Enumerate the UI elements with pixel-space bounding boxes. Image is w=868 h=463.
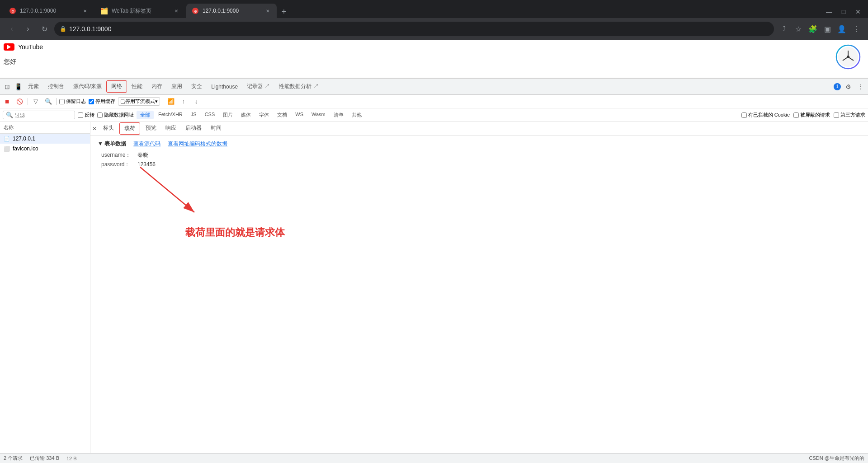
import-button[interactable]: ↑ — [179, 97, 189, 107]
maximize-button[interactable]: □ — [837, 5, 850, 18]
filter-tab-ws[interactable]: WS — [292, 111, 307, 119]
file-item-127[interactable]: 📄 127.0.0.1 — [0, 134, 90, 144]
close-browser-button[interactable]: ✕ — [852, 5, 864, 18]
menu-button[interactable]: ⋮ — [850, 23, 863, 35]
form-data-title: ▼ 表单数据 — [98, 140, 126, 148]
inspect-element-button[interactable]: ⊡ — [2, 81, 13, 92]
sub-tab-initiator[interactable]: 启动器 — [181, 122, 206, 135]
tab-3[interactable]: ⚙ 127.0.0.1:9000 ✕ — [186, 4, 277, 18]
filter-tab-js[interactable]: JS — [187, 111, 200, 119]
blocked-req-label[interactable]: 被屏蔽的请求 — [793, 112, 830, 118]
filter-tab-css[interactable]: CSS — [201, 111, 219, 119]
third-party-checkbox[interactable] — [834, 112, 839, 118]
devtools-tab-network[interactable]: 网络 — [106, 80, 127, 93]
tab-3-close[interactable]: ✕ — [264, 7, 271, 14]
blocked-cookie-label[interactable]: 有已拦截的 Cookie — [741, 112, 790, 118]
sidebar-button[interactable]: ▣ — [821, 23, 834, 35]
username-value: 秦晓 — [137, 151, 148, 159]
hide-data-urls-label[interactable]: 隐藏数据网址 — [97, 112, 134, 118]
clear-button[interactable]: 🚫 — [14, 98, 25, 106]
filter-tab-all[interactable]: 全部 — [137, 111, 154, 119]
tab-2-favicon: 🗂️ — [100, 7, 108, 14]
logo-circle — [835, 44, 861, 70]
search-icon[interactable]: 🔍 — [43, 97, 53, 107]
devtools-toolbar-right: 1 ⚙ ⋮ — [834, 81, 866, 92]
request-count: 2 个请求 — [4, 455, 23, 462]
tab-1-title: 127.0.0.1:9000 — [20, 8, 78, 14]
devtools-main-tabs: ⊡ 📱 元素 控制台 源代码/来源 网络 性能 内存 应用 安全 Lightho… — [0, 79, 868, 95]
record-button[interactable]: ⏹ — [3, 98, 12, 106]
sub-tab-headers[interactable]: 标头 — [99, 122, 118, 135]
filter-tab-media[interactable]: 媒体 — [237, 111, 255, 119]
tab-1-close[interactable]: ✕ — [81, 7, 89, 14]
extensions-button[interactable]: 🧩 — [807, 23, 819, 35]
detail-panel: ✕ 标头 载荷 预览 响应 启动器 时间 ▼ 表单数据 查看源代码 查看网址编码… — [90, 122, 868, 463]
tab-2-close[interactable]: ✕ — [173, 7, 180, 14]
sub-tab-close-btn[interactable]: ✕ — [92, 126, 97, 132]
filter-icon[interactable]: ▽ — [31, 97, 41, 107]
youtube-text: YouTube — [18, 43, 43, 51]
devtools-tab-performance[interactable]: 性能 — [127, 81, 147, 92]
export-button[interactable]: ↓ — [191, 97, 201, 107]
reverse-checkbox[interactable] — [78, 112, 83, 118]
device-toolbar-button[interactable]: 📱 — [13, 81, 24, 92]
filter-checkboxes: 有已拦截的 Cookie 被屏蔽的请求 第三方请求 — [741, 112, 865, 118]
bookmark-button[interactable]: ☆ — [792, 23, 805, 35]
page-area: YouTube 您好 — [0, 40, 868, 78]
minimize-button[interactable]: — — [823, 5, 835, 18]
preserve-log-label[interactable]: 保留日志 — [59, 98, 86, 105]
filter-tab-fetch-xhr[interactable]: Fetch/XHR — [155, 111, 186, 119]
tab-1-favicon: ⚙ — [9, 7, 16, 14]
devtools-tab-lighthouse[interactable]: Lighthouse — [207, 82, 242, 92]
share-button[interactable]: ⤴ — [778, 23, 790, 35]
sub-tab-preview[interactable]: 预览 — [141, 122, 161, 135]
disable-cache-label[interactable]: 停用缓存 — [89, 98, 115, 105]
view-url-encoded-link[interactable]: 查看网址编码格式的数据 — [168, 140, 227, 148]
settings-icon[interactable]: ⚙ — [843, 81, 854, 92]
filter-tab-other[interactable]: 其他 — [348, 111, 365, 119]
devtools-tab-source[interactable]: 源代码/来源 — [69, 81, 106, 92]
badge-count: 1 — [834, 83, 841, 90]
resource-size: 12 B — [66, 456, 77, 461]
form-row-username: username： 秦晓 — [98, 151, 861, 159]
more-tools-button[interactable]: ⋮ — [855, 81, 866, 92]
tab-2[interactable]: 🗂️ WeTab 新标签页 ✕ — [95, 4, 185, 18]
filter-tab-doc[interactable]: 文档 — [274, 111, 291, 119]
disable-cache-checkbox[interactable] — [89, 99, 94, 104]
devtools-panel: ⊡ 📱 元素 控制台 源代码/来源 网络 性能 内存 应用 安全 Lightho… — [0, 78, 868, 463]
third-party-label[interactable]: 第三方请求 — [834, 112, 865, 118]
address-input-wrap[interactable]: 🔒 127.0.0.1:9000 — [54, 22, 774, 36]
forward-button[interactable]: › — [22, 23, 34, 35]
back-button[interactable]: ‹ — [5, 23, 18, 35]
youtube-icon — [4, 43, 14, 51]
throttle-dropdown[interactable]: 已停用节流模式 ▾ — [118, 97, 160, 106]
new-tab-button[interactable]: + — [278, 5, 290, 18]
filter-input[interactable] — [15, 112, 69, 118]
profile-button[interactable]: 👤 — [835, 23, 848, 35]
blocked-req-checkbox[interactable] — [793, 112, 799, 118]
filter-tab-wasm[interactable]: Wasm — [308, 111, 329, 119]
refresh-button[interactable]: ↻ — [38, 23, 51, 35]
devtools-tab-memory[interactable]: 内存 — [147, 81, 167, 92]
devtools-tab-perf-insights[interactable]: 性能数据分析 ↗ — [274, 81, 323, 92]
view-source-link[interactable]: 查看源代码 — [133, 140, 160, 148]
filter-tab-img[interactable]: 图片 — [219, 111, 236, 119]
file-item-favicon[interactable]: ⬜ favicon.ico — [0, 144, 90, 154]
devtools-tab-application[interactable]: 应用 — [167, 81, 187, 92]
filter-tab-clear[interactable]: 清单 — [330, 111, 347, 119]
reverse-label[interactable]: 反转 — [78, 112, 94, 118]
devtools-tab-elements[interactable]: 元素 — [24, 81, 43, 92]
devtools-tab-security[interactable]: 安全 — [187, 81, 207, 92]
hide-data-urls-checkbox[interactable] — [97, 112, 103, 118]
filter-tab-font[interactable]: 字体 — [255, 111, 273, 119]
sub-tab-response[interactable]: 响应 — [161, 122, 181, 135]
devtools-tab-console[interactable]: 控制台 — [43, 81, 69, 92]
sub-tab-timing[interactable]: 时间 — [206, 122, 226, 135]
preserve-log-checkbox[interactable] — [59, 99, 65, 104]
tab-bar: ⚙ 127.0.0.1:9000 ✕ 🗂️ WeTab 新标签页 ✕ ⚙ 127… — [0, 0, 868, 18]
blocked-cookie-checkbox[interactable] — [741, 112, 747, 118]
devtools-tab-recorder[interactable]: 记录器 ↗ — [242, 81, 274, 92]
wifi-icon[interactable]: 📶 — [166, 97, 176, 107]
tab-1[interactable]: ⚙ 127.0.0.1:9000 ✕ — [4, 4, 94, 18]
sub-tab-payload[interactable]: 载荷 — [119, 122, 140, 135]
